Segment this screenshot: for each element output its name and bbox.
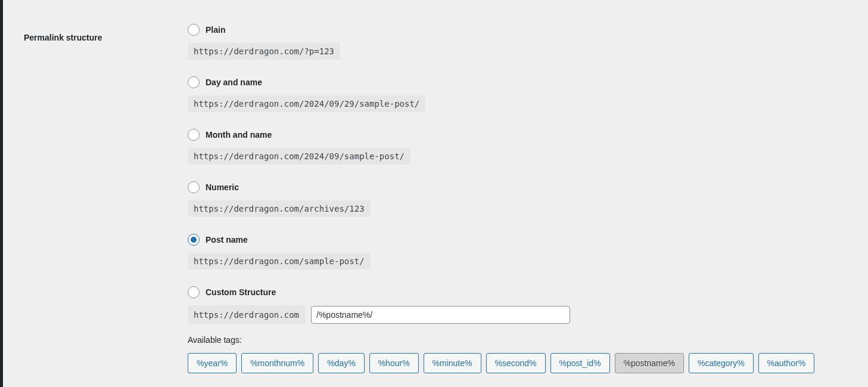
section-label: Permalink structure: [24, 24, 188, 42]
option-label[interactable]: Plain: [206, 25, 225, 35]
radio-row: Day and name: [188, 76, 850, 88]
available-tags-label: Available tags:: [188, 335, 850, 345]
radio-row: Plain: [188, 24, 850, 36]
url-prefix: https://derdragon.com: [188, 305, 305, 324]
tags-row: %year%%monthnum%%day%%hour%%minute%%seco…: [188, 353, 850, 373]
radio-month-name[interactable]: [188, 129, 200, 141]
option-day-name: Day and name https://derdragon.com/2024/…: [188, 76, 850, 112]
radio-plain[interactable]: [188, 24, 200, 36]
example-url: https://derdragon.com/archives/123: [188, 200, 371, 217]
tag-button[interactable]: %monthnum%: [241, 353, 313, 373]
option-numeric: Numeric https://derdragon.com/archives/1…: [188, 181, 850, 217]
tag-button[interactable]: %minute%: [424, 353, 481, 373]
option-label[interactable]: Custom Structure: [206, 287, 276, 297]
radio-numeric[interactable]: [188, 181, 200, 193]
radio-row: Numeric: [188, 181, 850, 193]
radio-post-name[interactable]: [188, 234, 200, 246]
radio-custom[interactable]: [188, 286, 200, 298]
tag-button[interactable]: %category%: [689, 353, 754, 373]
radio-row: Custom Structure: [188, 286, 850, 298]
option-plain: Plain https://derdragon.com/?p=123: [188, 24, 850, 60]
radio-day-name[interactable]: [188, 76, 200, 88]
options-container: Plain https://derdragon.com/?p=123 Day a…: [188, 24, 868, 387]
example-url: https://derdragon.com/2024/09/sample-pos…: [188, 148, 410, 165]
option-label[interactable]: Month and name: [206, 130, 272, 140]
example-url: https://derdragon.com/?p=123: [188, 43, 340, 60]
tag-button[interactable]: %post_id%: [550, 353, 610, 373]
custom-structure-input[interactable]: [311, 306, 570, 324]
tag-button[interactable]: %author%: [758, 353, 815, 373]
option-post-name: Post name https://derdragon.com/sample-p…: [188, 234, 850, 270]
tag-button[interactable]: %hour%: [369, 353, 419, 373]
example-url: https://derdragon.com/2024/09/29/sample-…: [188, 95, 425, 112]
tag-button[interactable]: %year%: [188, 353, 237, 373]
permalink-settings-page: Permalink structure Plain https://derdra…: [0, 0, 868, 387]
option-custom: Custom Structure https://derdragon.com A…: [188, 286, 850, 373]
radio-row: Post name: [188, 234, 850, 246]
tag-button[interactable]: %day%: [318, 353, 364, 373]
custom-structure-row: https://derdragon.com: [188, 305, 850, 324]
option-month-name: Month and name https://derdragon.com/202…: [188, 129, 850, 165]
option-label[interactable]: Post name: [206, 235, 248, 244]
tag-button[interactable]: %postname%: [615, 353, 684, 373]
form-row: Permalink structure Plain https://derdra…: [3, 24, 868, 387]
option-label[interactable]: Day and name: [206, 78, 262, 87]
option-label[interactable]: Numeric: [206, 182, 239, 192]
example-url: https://derdragon.com/sample-post/: [188, 253, 371, 270]
radio-row: Month and name: [188, 129, 850, 141]
tag-button[interactable]: %second%: [486, 353, 546, 373]
